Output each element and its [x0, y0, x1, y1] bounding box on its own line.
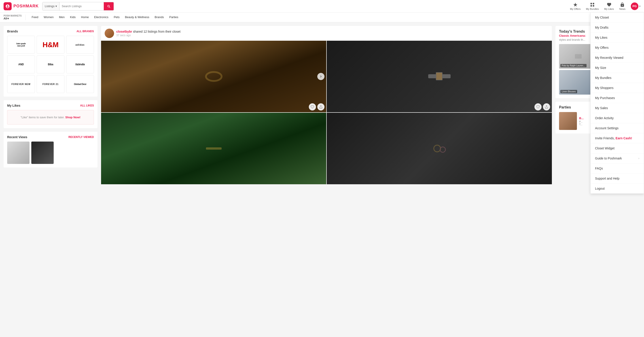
logo-text: POSHMARK — [14, 4, 39, 8]
dropdown-my-drafts[interactable]: My Drafts — [590, 22, 644, 33]
brand-kate-spade[interactable]: kate spadenew york — [7, 36, 35, 54]
brand-logo: FOREVER NEW — [12, 83, 30, 86]
posh-markets-value: All ▾ — [4, 17, 22, 20]
post-info: closetbybr shared 12 listings from their… — [116, 30, 548, 37]
nav-item-my-offers[interactable]: My Offers — [570, 2, 580, 10]
dropdown-closet-widget[interactable]: Closet Widget — [590, 143, 644, 154]
offers-icon — [573, 2, 578, 7]
dropdown-logout[interactable]: Logout — [590, 184, 644, 192]
avatar-container[interactable]: PG ▾ — [631, 2, 640, 10]
trend-label-3: Linen Blouses — [560, 90, 577, 93]
dropdown-support[interactable]: Support and Help — [590, 174, 644, 184]
dropdown-my-recently-viewed[interactable]: My Recently Viewed — [590, 53, 644, 63]
share-button-1[interactable] — [317, 103, 324, 110]
share-icon — [319, 105, 323, 109]
post-time: 37 secs ago — [116, 34, 548, 37]
dropdown-my-closet[interactable]: My Closet — [590, 12, 644, 22]
cat-feed[interactable]: Feed — [29, 12, 41, 22]
dropdown-my-bundles[interactable]: My Bundles — [590, 73, 644, 83]
recent-views-section: Recent Views RECENTLY VIEWED — [4, 132, 98, 168]
bundles-icon — [590, 2, 595, 7]
brand-forever-new[interactable]: FOREVER NEW — [7, 75, 35, 93]
dropdown-faqs[interactable]: FAQs — [590, 164, 644, 174]
all-brands-link[interactable]: ALL BRANDS — [76, 30, 94, 33]
svg-rect-0 — [590, 3, 592, 4]
recent-thumb-1[interactable] — [7, 142, 30, 164]
cat-parties[interactable]: Parties — [166, 12, 181, 22]
post-image-3[interactable] — [101, 113, 326, 184]
all-likes-link[interactable]: ALL LIKES — [80, 104, 94, 107]
post-username[interactable]: closetbybr — [116, 30, 132, 33]
nav-news-label: News — [619, 8, 626, 10]
share-button-2[interactable] — [543, 103, 550, 110]
post-image-1[interactable] — [101, 41, 326, 112]
posh-markets-title: POSH MARKETS — [4, 14, 22, 17]
likes-header: My Likes ALL LIKES — [7, 104, 94, 107]
likes-title: My Likes — [7, 104, 20, 107]
dropdown-my-size[interactable]: My Size — [590, 63, 644, 73]
post-image-4[interactable] — [327, 113, 552, 184]
dropdown-my-likes[interactable]: My Likes — [590, 33, 644, 43]
shop-now-link[interactable]: Shop Now! — [65, 116, 80, 119]
guide-chevron-icon: › — [638, 157, 639, 160]
brand-global-desi[interactable]: Global Desi — [66, 75, 94, 93]
dropdown-invite-friends[interactable]: Invite Friends, Earn Cash! — [590, 133, 644, 143]
post-image-2[interactable] — [327, 41, 552, 112]
search-input[interactable] — [60, 2, 104, 10]
nav-likes-label: My Likes — [604, 8, 614, 10]
svg-rect-12 — [575, 54, 582, 58]
invite-friends-text: Invite Friends, Earn Cash! — [595, 136, 632, 140]
post-images — [101, 41, 552, 184]
nav-item-my-bundles[interactable]: My Bundles — [586, 2, 599, 10]
belt-visual-1 — [205, 68, 223, 86]
brands-title: Brands — [7, 30, 18, 33]
cat-women[interactable]: Women — [41, 12, 56, 22]
nav-item-my-likes[interactable]: My Likes — [604, 2, 614, 10]
brand-logo: AND — [18, 63, 24, 66]
cat-men[interactable]: Men — [56, 12, 67, 22]
brand-fabindia[interactable]: fabindia — [66, 56, 94, 73]
likes-section: My Likes ALL LIKES "Like" items to save … — [4, 100, 98, 128]
posh-markets-chevron-icon: ▾ — [8, 17, 9, 20]
cat-pets[interactable]: Pets — [111, 12, 122, 22]
dropdown-my-purchases[interactable]: My Purchases — [590, 93, 644, 103]
cat-beauty[interactable]: Beauty & Wellness — [122, 12, 152, 22]
recent-views-title: Recent Views — [7, 135, 27, 139]
brand-forever-21[interactable]: FOREVER 21 — [37, 75, 64, 93]
like-button-1[interactable] — [309, 103, 316, 110]
dropdown-my-shoppers[interactable]: My Shoppers — [590, 83, 644, 93]
user-avatar: PG — [631, 2, 638, 10]
search-dropdown-label: Listings — [45, 4, 54, 8]
cat-brands[interactable]: Brands — [152, 12, 166, 22]
search-dropdown[interactable]: Listings ▾ — [42, 2, 60, 10]
post-title: closetbybr shared 12 listings from their… — [116, 30, 548, 33]
post-img-placeholder-2 — [327, 41, 552, 112]
nav-item-news[interactable]: News — [619, 2, 626, 10]
dropdown-order-activity[interactable]: Order Activity — [590, 113, 644, 123]
cat-home[interactable]: Home — [78, 12, 92, 22]
recent-thumb-2[interactable] — [31, 142, 54, 164]
brand-adidas[interactable]: adidas — [66, 36, 94, 54]
brand-and[interactable]: AND — [7, 56, 35, 73]
dropdown-guide[interactable]: Guide to Poshmark › — [590, 154, 644, 164]
brand-logo: Global Desi — [74, 83, 86, 86]
like-button-2[interactable] — [534, 103, 542, 110]
cat-kids[interactable]: Kids — [67, 12, 78, 22]
party-img — [559, 112, 577, 130]
avatar-chevron-icon: ▾ — [639, 5, 640, 8]
recently-viewed-link[interactable]: RECENTLY VIEWED — [68, 136, 94, 139]
cat-electronics[interactable]: Electronics — [92, 12, 111, 22]
svg-point-4 — [206, 72, 222, 81]
dropdown-my-sales[interactable]: My Sales — [590, 103, 644, 113]
brand-hm[interactable]: H&M — [37, 36, 64, 54]
logo[interactable]: POSHMARK — [4, 2, 39, 10]
dropdown-account-settings[interactable]: Account Settings — [590, 123, 644, 133]
dropdown-my-offers[interactable]: My Offers — [590, 43, 644, 53]
belt-visual-2 — [426, 63, 453, 90]
carousel-next-icon[interactable] — [317, 73, 324, 80]
search-button[interactable] — [104, 2, 114, 10]
brand-biba[interactable]: Biba — [37, 56, 64, 73]
feed: closetbybr shared 12 listings from their… — [101, 26, 552, 188]
post-actions-1 — [309, 103, 324, 110]
posh-markets[interactable]: POSH MARKETS All ▾ — [4, 14, 26, 20]
